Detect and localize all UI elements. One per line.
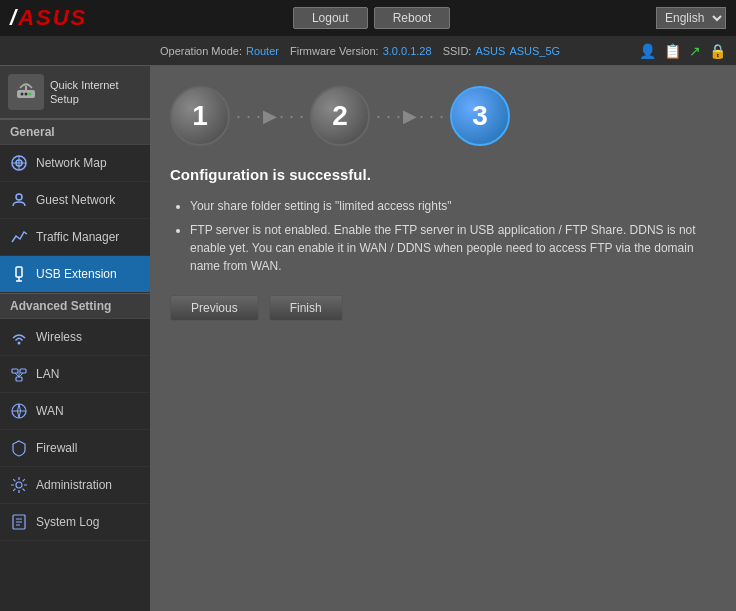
steps-wizard: 1 · · · ▶ · · · 2 · · · ▶ · · · 3	[170, 86, 716, 146]
sidebar-item-firewall[interactable]: Firewall	[0, 430, 150, 467]
fw-label: Firmware Version:	[290, 45, 379, 57]
step-2-number: 2	[332, 100, 348, 132]
language-select[interactable]: English	[656, 7, 726, 29]
info-list: Your share folder setting is "limited ac…	[170, 197, 716, 275]
wan-icon	[8, 400, 30, 422]
finish-button[interactable]: Finish	[269, 295, 343, 321]
operation-bar: Operation Mode: Router Firmware Version:…	[0, 36, 736, 66]
copy-icon[interactable]: 📋	[664, 43, 681, 59]
svg-line-18	[15, 373, 19, 377]
ssid1-value[interactable]: ASUS	[475, 45, 505, 57]
dots-left-1: · · ·	[236, 106, 261, 127]
sidebar-item-traffic-manager[interactable]: Traffic Manager	[0, 219, 150, 256]
step-2-circle: 2	[310, 86, 370, 146]
svg-rect-16	[16, 377, 22, 381]
sidebar-item-system-log[interactable]: System Log	[0, 504, 150, 541]
asus-logo: /ASUS	[10, 5, 87, 31]
step-1-number: 1	[192, 100, 208, 132]
svg-rect-14	[12, 369, 18, 373]
svg-point-2	[25, 93, 28, 96]
step-arrow-2: · · · ▶ · · ·	[370, 105, 450, 127]
fw-value[interactable]: 3.0.0.1.28	[383, 45, 432, 57]
content-area: 1 · · · ▶ · · · 2 · · · ▶ · · · 3 Config…	[150, 66, 736, 611]
svg-point-9	[16, 194, 22, 200]
info-item-2: FTP server is not enabled. Enable the FT…	[190, 221, 716, 275]
sidebar-item-label: Administration	[36, 478, 112, 492]
step-3-circle: 3	[450, 86, 510, 146]
svg-point-13	[18, 342, 21, 345]
svg-point-22	[16, 482, 22, 488]
arrow-right-1: ▶	[263, 105, 277, 127]
step-1-circle: 1	[170, 86, 230, 146]
top-bar: /ASUS Logout Reboot English	[0, 0, 736, 36]
sidebar-item-label: Network Map	[36, 156, 107, 170]
sidebar-item-label: USB Extension	[36, 267, 117, 281]
sidebar-item-label: Traffic Manager	[36, 230, 119, 244]
dots-right-2: · · ·	[419, 106, 444, 127]
sidebar-item-guest-network[interactable]: Guest Network	[0, 182, 150, 219]
sidebar-item-label: WAN	[36, 404, 64, 418]
svg-point-1	[21, 93, 24, 96]
step-3-number: 3	[472, 100, 488, 132]
svg-rect-10	[16, 267, 22, 277]
wireless-icon	[8, 326, 30, 348]
info-item-1: Your share folder setting is "limited ac…	[190, 197, 716, 215]
share-icon[interactable]: ↗	[689, 43, 701, 59]
op-mode-label: Operation Mode:	[160, 45, 242, 57]
dots-left-2: · · ·	[376, 106, 401, 127]
op-mode-value[interactable]: Router	[246, 45, 279, 57]
svg-rect-15	[20, 369, 26, 373]
administration-icon	[8, 474, 30, 496]
firewall-icon	[8, 437, 30, 459]
sidebar-item-label: Wireless	[36, 330, 82, 344]
guest-network-icon	[8, 189, 30, 211]
sidebar-item-lan[interactable]: LAN	[0, 356, 150, 393]
step-arrow-1: · · · ▶ · · ·	[230, 105, 310, 127]
sidebar-item-label: Firewall	[36, 441, 77, 455]
traffic-manager-icon	[8, 226, 30, 248]
sidebar-item-label: LAN	[36, 367, 59, 381]
sidebar-item-wan[interactable]: WAN	[0, 393, 150, 430]
sidebar-item-quick-setup[interactable]: Quick Internet Setup	[0, 66, 150, 119]
arrow-right-2: ▶	[403, 105, 417, 127]
sidebar-item-label: Guest Network	[36, 193, 115, 207]
top-buttons: Logout Reboot	[293, 7, 450, 29]
svg-point-3	[29, 93, 32, 96]
ssid-label: SSID:	[443, 45, 472, 57]
svg-line-19	[19, 373, 23, 377]
language-selector-wrapper[interactable]: English	[656, 7, 726, 29]
sidebar-item-network-map[interactable]: Network Map	[0, 145, 150, 182]
usb-extension-icon	[8, 263, 30, 285]
lock-icon[interactable]: 🔒	[709, 43, 726, 59]
ssid2-value[interactable]: ASUS_5G	[509, 45, 560, 57]
quick-setup-icon	[8, 74, 44, 110]
system-log-icon	[8, 511, 30, 533]
sidebar-item-wireless[interactable]: Wireless	[0, 319, 150, 356]
main-layout: Quick Internet Setup General Network Map	[0, 66, 736, 611]
lan-icon	[8, 363, 30, 385]
sidebar: Quick Internet Setup General Network Map	[0, 66, 150, 611]
op-icons: 👤 📋 ↗ 🔒	[639, 43, 726, 59]
network-map-icon	[8, 152, 30, 174]
sidebar-item-administration[interactable]: Administration	[0, 467, 150, 504]
action-buttons: Previous Finish	[170, 295, 716, 321]
advanced-section-header: Advanced Setting	[0, 293, 150, 319]
quick-setup-label: Quick Internet Setup	[50, 78, 142, 107]
general-section-header: General	[0, 119, 150, 145]
logout-button[interactable]: Logout	[293, 7, 368, 29]
success-message: Configuration is successful.	[170, 166, 716, 183]
user-icon[interactable]: 👤	[639, 43, 656, 59]
dots-right-1: · · ·	[279, 106, 304, 127]
sidebar-item-usb-extension[interactable]: USB Extension	[0, 256, 150, 293]
sidebar-item-label: System Log	[36, 515, 99, 529]
router-icon	[14, 80, 38, 104]
previous-button[interactable]: Previous	[170, 295, 259, 321]
reboot-button[interactable]: Reboot	[374, 7, 451, 29]
